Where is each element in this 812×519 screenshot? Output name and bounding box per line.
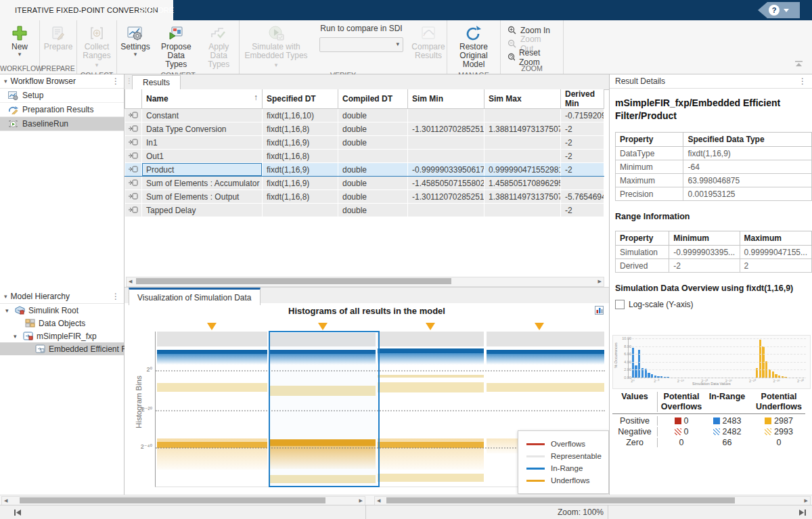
col-specified-dt[interactable]: Specified DT (263, 89, 338, 109)
kebab-menu-icon[interactable]: ⋮ (112, 76, 120, 86)
tree-item-simulink-root[interactable]: ▾ Simulink Root (0, 304, 124, 317)
scroll-right-icon[interactable]: ▶ (805, 497, 808, 504)
col-sim-min[interactable]: Sim Min (408, 89, 484, 109)
table-row[interactable]: In1 fixdt(1,16,9) double -2 (125, 136, 604, 150)
group-manage: Restore Original Model MANAGE (447, 20, 501, 74)
overflow-swatch (675, 418, 681, 424)
tree-expand-icon[interactable]: ▾ (14, 333, 20, 340)
settings-button[interactable]: Settings ▾ (117, 22, 154, 58)
prepare-button[interactable]: Prepare (40, 22, 76, 53)
histogram-band (487, 383, 604, 392)
y-tick-label: 10.00 (619, 336, 631, 340)
col-compiled-dt[interactable]: Compiled DT (338, 89, 408, 109)
reset-zoom-button[interactable]: Reset Zoom (508, 51, 556, 63)
model-hierarchy-header[interactable]: ▾ Model Hierarchy ⋮ (0, 290, 124, 304)
zoom-status: Zoom: 100% (558, 507, 604, 517)
new-button[interactable]: New ▾ (1, 22, 38, 58)
workflow-item-preparation-results[interactable]: Preparation Results (0, 103, 124, 117)
y-tick-label: 2⁻⁴⁰ (125, 443, 152, 450)
signal-icon (125, 122, 142, 136)
scrollbar-thumb[interactable] (136, 278, 451, 284)
workflow-item-baselinerun[interactable]: BaselineRun (0, 117, 124, 131)
tab-explore[interactable]: EXPLORE (120, 0, 193, 20)
compare-results-button[interactable]: Compare Results (410, 22, 447, 62)
restore-undo-icon (464, 24, 483, 43)
values-summary-table: Values Potential Overflows In-Range Pote… (612, 392, 809, 448)
collect-ranges-button[interactable]: Collect Ranges ▾ (77, 22, 116, 70)
mini-chart-xlabel: Simulation Data Values (613, 382, 810, 386)
table-row-selected[interactable]: Product fixdt(1,16,9) double -0.99999033… (125, 163, 604, 177)
workflow-item-setup[interactable]: Setup (0, 89, 124, 103)
histogram-band (487, 354, 604, 365)
underflow-neg-swatch (765, 428, 771, 435)
histogram-band (378, 348, 484, 353)
scrollbar-thumb[interactable] (386, 497, 735, 503)
histogram-bar (648, 373, 650, 378)
scroll-right-icon[interactable]: ▶ (598, 278, 602, 285)
chevron-down-icon: ▾ (275, 62, 278, 68)
result-details-header: Result Details ⋮ (610, 74, 812, 89)
viz-selection-box[interactable] (269, 331, 380, 487)
viz-title: Histograms of all results in the model (125, 306, 609, 316)
log-scale-checkbox[interactable] (615, 300, 625, 309)
legend-line (526, 455, 545, 457)
visualization-tab-strip: ⋮ Visualization of Simulation Data (125, 287, 609, 304)
tree-item-embedded-efficient-filter[interactable]: Embedded Efficient Filte (0, 342, 124, 355)
histogram-bar (769, 369, 771, 378)
table-row[interactable]: Sum of Elements : Output fixdt(1,16,8) d… (125, 190, 604, 204)
histogram-column (157, 332, 267, 487)
table-row[interactable]: Data Type Conversion fixdt(1,16,8) doubl… (125, 122, 604, 136)
workflow-browser-title: Workflow Browser (11, 76, 76, 86)
table-row[interactable]: Out1 fixdt(1,16,8) -2 (125, 150, 604, 163)
collapse-icon: ▾ (4, 293, 7, 300)
table-row[interactable]: Constant fixdt(1,16,10) double -0.715920… (125, 109, 604, 122)
propose-data-types-button[interactable]: Propose Data Types (154, 22, 199, 70)
kebab-menu-icon[interactable]: ⋮ (798, 76, 807, 86)
scroll-right-icon[interactable]: ▶ (359, 497, 363, 504)
results-h-scrollbar[interactable]: ◀ ▶ (126, 277, 604, 287)
apply-data-types-icon (209, 24, 228, 43)
col-name[interactable]: Name↑ (142, 89, 263, 109)
histogram-bar (632, 348, 634, 378)
table-row[interactable]: Sum of Elements : Accumulator fixdt(1,16… (125, 177, 604, 190)
tab-results[interactable]: Results (132, 75, 181, 89)
gridline (629, 338, 806, 339)
values-row-positive: Positive 0 2483 2987 (612, 415, 809, 426)
scroll-left-icon[interactable]: ◀ (377, 497, 380, 504)
workflow-browser-header[interactable]: ▾ Workflow Browser ⋮ (0, 74, 124, 89)
table-row[interactable]: Tapped Delay double -2 (125, 204, 604, 217)
scrollbar-thumb[interactable] (20, 497, 325, 503)
col-derived-min[interactable]: Derived Min (561, 89, 604, 109)
plot-settings-icon[interactable] (595, 306, 604, 317)
result-details-panel: Result Details ⋮ mSimpleFIR_fxp/Embedded… (610, 74, 812, 495)
tree-expand-icon[interactable]: ▾ (5, 307, 12, 314)
help-button[interactable]: ? (758, 2, 800, 18)
log-scale-label: Log-scale (Y-axis) (629, 300, 694, 309)
zoom-out-icon (508, 39, 516, 48)
signal-icon (125, 190, 142, 204)
table-row: Minimum-64 (616, 160, 812, 174)
histogram-band (378, 353, 484, 365)
prepare-icon (49, 24, 67, 43)
restore-original-model-button[interactable]: Restore Original Model (447, 22, 500, 70)
scroll-left-icon[interactable]: ◀ (4, 497, 7, 504)
tree-item-data-objects[interactable]: Data Objects (0, 317, 124, 330)
tab-visualization[interactable]: Visualization of Simulation Data (129, 288, 261, 305)
collapse-left-panel-icon[interactable] (14, 509, 22, 516)
visualization-panel: Histograms of all results in the model H… (125, 303, 609, 495)
y-tick-label: 2.00 (619, 367, 631, 371)
collapse-toolstrip-button[interactable] (795, 60, 803, 69)
group-prepare: Prepare PREPARE (40, 20, 77, 74)
kebab-menu-icon[interactable]: ⋮ (112, 292, 120, 301)
histogram-band (487, 332, 604, 346)
chevron-down-icon: ▾ (134, 51, 137, 57)
col-sim-max[interactable]: Sim Max (484, 89, 561, 109)
simulate-embedded-button[interactable]: Simulate with Embedded Types ▾ (240, 22, 313, 70)
apply-data-types-button[interactable]: Apply Data Types (199, 22, 239, 70)
scroll-left-icon[interactable]: ◀ (129, 278, 132, 285)
chevron-down-icon (784, 9, 789, 12)
viz-ylabel: Histogram Bins (135, 365, 143, 439)
run-compare-combo[interactable]: ▾ (319, 37, 403, 52)
tree-item-msimplefir-fxp[interactable]: ▾ mSimpleFIR_fxp (0, 330, 124, 342)
collapse-right-panel-icon[interactable] (798, 509, 807, 516)
